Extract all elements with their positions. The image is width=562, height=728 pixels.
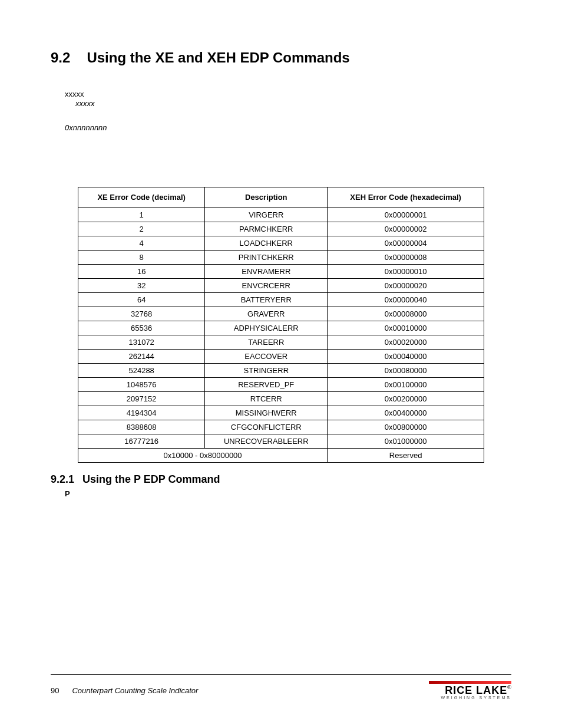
table-cell: 0x00000040	[328, 292, 484, 307]
table-cell: 32768	[78, 307, 205, 321]
table-cell: 262144	[78, 349, 205, 363]
table-row: 65536ADPHYSICALERR0x00010000	[78, 321, 484, 335]
table-row: 4194304MISSINGHWERR0x00400000	[78, 406, 484, 420]
table-row: 131072TAREERR0x00020000	[78, 335, 484, 349]
table-row: 524288STRINGERR0x00080000	[78, 363, 484, 377]
table-row: 32768GRAVERR0x00008000	[78, 307, 484, 321]
table-cell: VIRGERR	[205, 207, 328, 222]
table-cell: 8	[78, 250, 205, 264]
table-cell: 2	[78, 222, 205, 236]
subsection-title-text: Using the P EDP Command	[82, 473, 220, 485]
table-cell: 0x00000010	[328, 264, 484, 278]
table-row: 16777216UNRECOVERABLEERR0x01000000	[78, 434, 484, 448]
table-cell: 524288	[78, 363, 205, 377]
table-cell: 16777216	[78, 434, 205, 448]
table-cell: ENVRAMERR	[205, 264, 328, 278]
table-cell: Reserved	[328, 448, 484, 462]
xe-placeholder-1: xxxxx	[65, 90, 511, 99]
table-row-reserved: 0x10000 - 0x80000000Reserved	[78, 448, 484, 462]
table-row: 1048576RESERVED_PF0x00100000	[78, 377, 484, 391]
table-row: 2097152RTCERR0x00200000	[78, 391, 484, 406]
footer-rule	[51, 674, 511, 675]
table-row: 16ENVRAMERR0x00000010	[78, 264, 484, 278]
table-cell: TAREERR	[205, 335, 328, 349]
registered-mark: ®	[507, 684, 511, 690]
rice-lake-logo: RICE LAKE® WEIGHING SYSTEMS	[429, 681, 511, 700]
table-cell: 65536	[78, 321, 205, 335]
table-cell: 32	[78, 278, 205, 292]
table-cell: 0x00020000	[328, 335, 484, 349]
logo-sub-text: WEIGHING SYSTEMS	[429, 696, 511, 700]
section-title-text: Using the XE and XEH EDP Commands	[87, 50, 349, 65]
col-header-desc: Description	[205, 187, 328, 207]
logo-accent-bar	[429, 681, 511, 684]
error-codes-table: XE Error Code (decimal) Description XEH …	[78, 187, 484, 463]
table-cell: 0x01000000	[328, 434, 484, 448]
table-cell: 0x00040000	[328, 349, 484, 363]
table-cell: 16	[78, 264, 205, 278]
table-cell: 0x00008000	[328, 307, 484, 321]
col-header-xeh: XEH Error Code (hexadecimal)	[328, 187, 484, 207]
table-cell: 0x00080000	[328, 363, 484, 377]
table-cell: 4	[78, 236, 205, 250]
table-row: 8PRINTCHKERR0x00000008	[78, 250, 484, 264]
table-cell: 64	[78, 292, 205, 307]
p-command-label: P	[65, 489, 511, 498]
table-row: 32ENVCRCERR0x00000020	[78, 278, 484, 292]
table-cell: 0x00000020	[328, 278, 484, 292]
subsection: 9.2.1Using the P EDP Command P	[51, 473, 511, 498]
table-cell: 131072	[78, 335, 205, 349]
table-cell: PRINTCHKERR	[205, 250, 328, 264]
table-row: 8388608CFGCONFLICTERR0x00800000	[78, 420, 484, 434]
body-text-block: xxxxx xxxxx 0xnnnnnnnn	[65, 90, 511, 133]
table-cell: ENVCRCERR	[205, 278, 328, 292]
table-cell: 0x00100000	[328, 377, 484, 391]
table-cell: RTCERR	[205, 391, 328, 406]
table-cell: 1	[78, 207, 205, 222]
xeh-hex-placeholder: 0xnnnnnnnn	[65, 123, 511, 133]
table-cell: 0x00010000	[328, 321, 484, 335]
table-cell: CFGCONFLICTERR	[205, 420, 328, 434]
table-cell: STRINGERR	[205, 363, 328, 377]
table-row: 262144EACCOVER0x00040000	[78, 349, 484, 363]
subsection-heading: 9.2.1Using the P EDP Command	[51, 473, 511, 486]
table-cell: GRAVERR	[205, 307, 328, 321]
table-cell: EACCOVER	[205, 349, 328, 363]
table-cell: 0x00400000	[328, 406, 484, 420]
table-cell: 0x00200000	[328, 391, 484, 406]
table-cell: 1048576	[78, 377, 205, 391]
section-heading: 9.2Using the XE and XEH EDP Commands	[51, 50, 511, 66]
table-cell: 2097152	[78, 391, 205, 406]
table-cell: 4194304	[78, 406, 205, 420]
table-cell: 8388608	[78, 420, 205, 434]
table-cell: 0x10000 - 0x80000000	[78, 448, 328, 462]
logo-main-text: RICE LAKE	[445, 684, 507, 696]
table-cell: RESERVED_PF	[205, 377, 328, 391]
page-footer: 90 Counterpart Counting Scale Indicator …	[51, 674, 511, 700]
col-header-xe: XE Error Code (decimal)	[78, 187, 205, 207]
table-cell: LOADCHKERR	[205, 236, 328, 250]
table-header-row: XE Error Code (decimal) Description XEH …	[78, 187, 484, 207]
table-cell: BATTERYERR	[205, 292, 328, 307]
subsection-number: 9.2.1	[51, 473, 74, 486]
table-cell: UNRECOVERABLEERR	[205, 434, 328, 448]
table-cell: 0x00000004	[328, 236, 484, 250]
xe-placeholder-2: xxxxx	[75, 99, 511, 108]
table-cell: ADPHYSICALERR	[205, 321, 328, 335]
table-row: 2PARMCHKERR0x00000002	[78, 222, 484, 236]
page-number: 90	[51, 686, 59, 695]
table-cell: PARMCHKERR	[205, 222, 328, 236]
footer-doc-title: Counterpart Counting Scale Indicator	[72, 686, 198, 695]
table-cell: 0x00000008	[328, 250, 484, 264]
table-cell: 0x00000001	[328, 207, 484, 222]
table-cell: MISSINGHWERR	[205, 406, 328, 420]
table-cell: 0x00800000	[328, 420, 484, 434]
table-cell: 0x00000002	[328, 222, 484, 236]
table-row: 64BATTERYERR0x00000040	[78, 292, 484, 307]
table-row: 4LOADCHKERR0x00000004	[78, 236, 484, 250]
section-number: 9.2	[51, 50, 70, 66]
table-row: 1VIRGERR0x00000001	[78, 207, 484, 222]
